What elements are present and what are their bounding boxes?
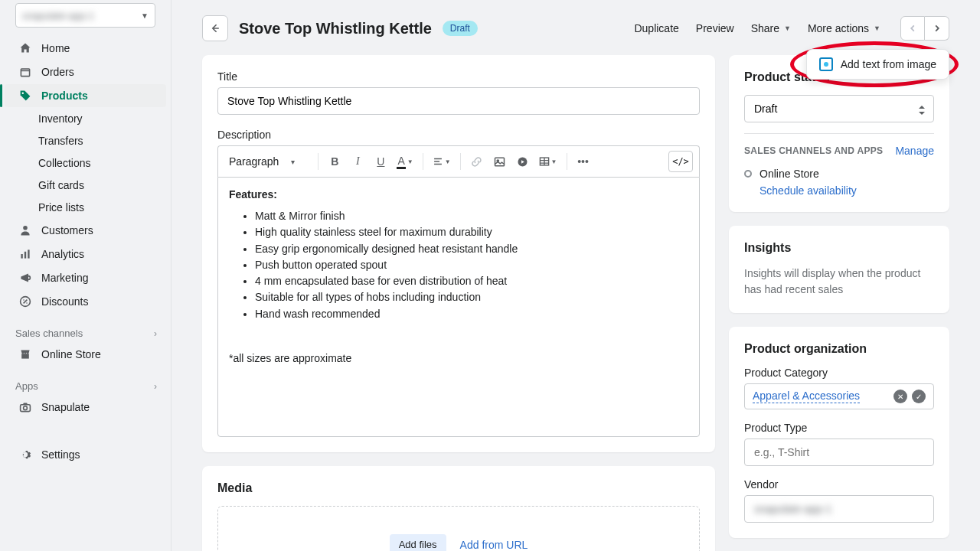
preview-action[interactable]: Preview (696, 22, 734, 34)
nav-label: Marketing (41, 272, 88, 284)
nav-discounts[interactable]: Discounts (5, 290, 166, 313)
sidebar: snapulate-app-1 ▼ Home Orders Products I… (0, 0, 172, 551)
nav-transfers[interactable]: Transfers (5, 130, 166, 152)
description-editor[interactable]: Features: Matt & Mirror finish High qual… (217, 177, 700, 437)
nav-orders[interactable]: Orders (5, 60, 166, 83)
clear-icon[interactable]: ✕ (893, 390, 907, 403)
next-button[interactable] (925, 16, 949, 41)
feature: Push button operated spout (255, 257, 688, 272)
nav-label: Customers (41, 224, 93, 236)
feature: Suitable for all types of hobs including… (255, 289, 688, 305)
svg-point-9 (26, 302, 28, 304)
nav-inventory[interactable]: Inventory (5, 108, 166, 129)
user-icon (18, 223, 32, 237)
add-from-url-link[interactable]: Add from URL (460, 539, 528, 551)
nav-home[interactable]: Home (5, 37, 166, 60)
chevron-right-icon (933, 24, 942, 33)
duplicate-action[interactable]: Duplicate (634, 22, 678, 34)
share-action[interactable]: Share▼ (751, 22, 791, 34)
main-content: Stove Top Whistling Kettle Draft Duplica… (172, 0, 980, 551)
features-list: Matt & Mirror finish High quality stainl… (255, 208, 688, 321)
orders-icon (18, 65, 32, 79)
svg-point-2 (23, 226, 28, 230)
vendor-input[interactable]: snapulate-app-1 (744, 495, 934, 523)
italic-button[interactable]: I (348, 152, 368, 171)
prev-button[interactable] (900, 16, 925, 41)
sales-channels-header[interactable]: Sales channels › (0, 321, 171, 342)
product-type-input[interactable] (744, 439, 934, 466)
nav-price-lists[interactable]: Price lists (5, 197, 166, 218)
format-select[interactable]: Paragraph (224, 152, 312, 171)
store-selector[interactable]: snapulate-app-1 ▼ (15, 3, 155, 28)
feature: Easy grip ergonomically designed heat re… (255, 241, 688, 256)
discount-icon (18, 295, 32, 308)
image-button[interactable] (490, 152, 510, 171)
nav-label: Discounts (41, 295, 88, 308)
feature: High quality stainless steel for maximum… (255, 224, 688, 240)
svg-point-12 (24, 406, 28, 410)
feature: Matt & Mirror finish (255, 208, 688, 223)
nav-label: Snapulate (41, 401, 90, 413)
text-color-button[interactable]: A▼ (394, 152, 416, 171)
arrow-left-icon (209, 22, 221, 34)
nav-analytics[interactable]: Analytics (5, 243, 166, 266)
dropdown-item-add-text[interactable]: Add text from image (841, 58, 936, 70)
align-button[interactable]: ▼ (430, 152, 454, 171)
type-label: Product Type (744, 422, 934, 434)
back-button[interactable] (202, 15, 228, 41)
confirm-icon[interactable]: ✓ (912, 390, 926, 403)
code-view-button[interactable]: </> (668, 151, 693, 172)
table-button[interactable]: ▼ (536, 152, 560, 171)
nav-settings[interactable]: Settings (5, 443, 166, 466)
media-card: Media Add files Add from URL (202, 466, 715, 551)
underline-button[interactable]: U (371, 152, 390, 171)
organization-card: Product organization Product Category Ap… (729, 327, 949, 538)
manage-link[interactable]: Manage (895, 145, 934, 157)
media-dropzone[interactable]: Add files Add from URL (217, 506, 700, 551)
link-icon (471, 156, 482, 168)
insights-body: Insights will display when the product h… (744, 266, 934, 298)
status-dot-icon (744, 170, 752, 178)
chevron-left-icon (908, 24, 917, 33)
title-label: Title (217, 70, 700, 83)
nav-gift-cards[interactable]: Gift cards (5, 174, 166, 196)
nav-customers[interactable]: Customers (5, 219, 166, 242)
page-title: Stove Top Whistling Kettle (239, 20, 432, 37)
editor-toolbar: Paragraph B I U A▼ ▼ ▼ •• (217, 145, 700, 177)
status-select[interactable] (744, 95, 934, 122)
more-actions[interactable]: More actions▼ (808, 22, 880, 34)
nav-products[interactable]: Products (5, 84, 166, 107)
sizes-note: *all sizes are approximate (229, 352, 688, 364)
nav-label: Inventory (38, 112, 83, 125)
apps-header[interactable]: Apps › (0, 374, 171, 395)
schedule-availability-link[interactable]: Schedule availability (760, 184, 934, 197)
title-input[interactable] (217, 87, 700, 115)
camera-icon (819, 57, 833, 71)
more-button[interactable]: ••• (573, 152, 593, 171)
nav-label: Price lists (38, 201, 84, 214)
home-icon (18, 41, 32, 55)
divider (318, 153, 318, 170)
nav-label: Collections (38, 157, 90, 169)
nav-collections[interactable]: Collections (5, 152, 166, 174)
camera-icon (18, 400, 32, 414)
chevron-right-icon: › (154, 381, 157, 392)
tag-icon (18, 89, 32, 103)
nav-online-store[interactable]: Online Store (5, 343, 166, 366)
insights-card: Insights Insights will display when the … (729, 226, 949, 313)
more-actions-dropdown: Add text from image (806, 49, 949, 80)
channels-label: SALES CHANNELS AND APPS (744, 145, 883, 156)
status-badge: Draft (443, 21, 478, 36)
add-files-button[interactable]: Add files (390, 534, 446, 551)
store-name: snapulate-app-1 (22, 10, 94, 21)
nav-label: Analytics (41, 248, 84, 260)
nav-app-snapulate[interactable]: Snapulate (5, 396, 166, 419)
category-input[interactable]: Apparel & Accessories ✕ ✓ (744, 383, 934, 409)
vendor-label: Vendor (744, 478, 934, 491)
video-button[interactable] (513, 152, 533, 171)
category-tag: Apparel & Accessories (753, 390, 860, 403)
nav-marketing[interactable]: Marketing (5, 266, 166, 289)
top-actions: Duplicate Preview Share▼ More actions▼ (634, 16, 949, 41)
bold-button[interactable]: B (325, 152, 345, 171)
link-button[interactable] (467, 152, 487, 171)
